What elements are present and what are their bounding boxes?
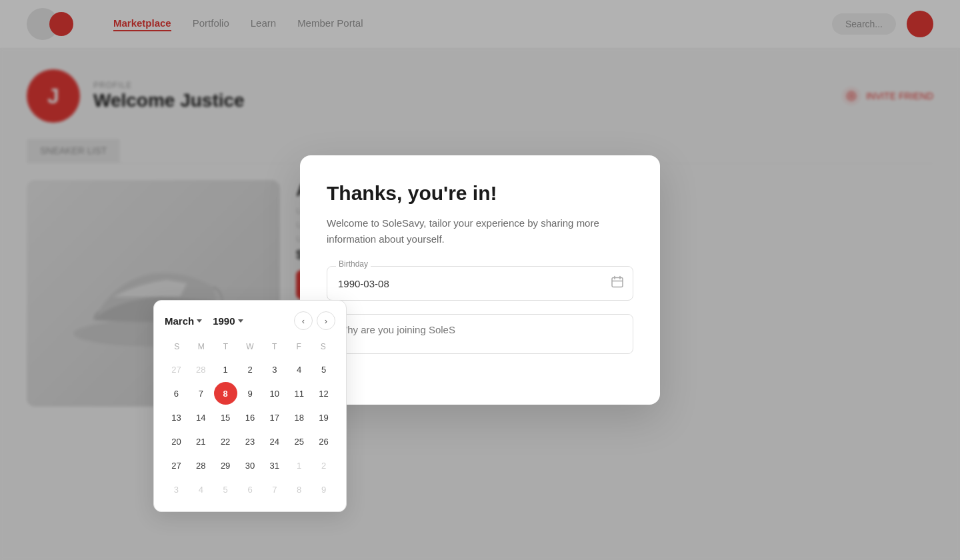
cal-day-29[interactable]: 29 [214,454,237,477]
cal-days-grid: 2728123456789101112131415161718192021222… [165,358,335,501]
cal-day-12[interactable]: 12 [312,382,335,405]
cal-day-9-other[interactable]: 9 [312,478,335,501]
cal-next-button[interactable]: › [317,311,335,330]
cal-day-8[interactable]: 8 [214,382,237,405]
cal-day-22[interactable]: 22 [214,430,237,453]
cal-day-3-other[interactable]: 3 [165,478,188,501]
cal-day-6-other[interactable]: 6 [239,478,262,501]
cal-day-28[interactable]: 28 [189,454,213,477]
cal-day-16[interactable]: 16 [239,406,262,429]
cal-day-18[interactable]: 18 [287,406,311,429]
cal-day-2[interactable]: 2 [239,358,262,381]
cal-day-20[interactable]: 20 [165,430,188,453]
cal-day-17[interactable]: 17 [263,406,286,429]
cal-day-31[interactable]: 31 [263,454,286,477]
modal-title: Thanks, you're in! [327,182,633,205]
cal-day-27[interactable]: 27 [165,454,188,477]
cal-day-1-other[interactable]: 1 [287,454,311,477]
cal-month-select[interactable]: March [165,315,202,327]
cal-day-5-other[interactable]: 5 [214,478,237,501]
cal-day-13[interactable]: 13 [165,406,188,429]
calendar-icon[interactable] [611,275,624,292]
birthday-input[interactable] [327,266,633,301]
cal-day-10[interactable]: 10 [263,382,286,405]
modal: Thanks, you're in! Welcome to SoleSavy, … [300,155,660,405]
cal-month-label: March [165,315,194,327]
cal-day-5[interactable]: 5 [312,358,335,381]
calendar-header: March 1990 ‹ › [165,311,335,330]
cal-day-30[interactable]: 30 [239,454,262,477]
why-join-input[interactable] [327,314,633,354]
cal-day-28-other[interactable]: 28 [189,358,213,381]
cal-day-14[interactable]: 14 [189,406,213,429]
cal-day-23[interactable]: 23 [239,430,262,453]
cal-dow-t2: T [262,339,287,354]
cal-day-24[interactable]: 24 [263,430,286,453]
cal-day-3[interactable]: 3 [263,358,286,381]
cal-dow-s2: S [311,339,335,354]
cal-day-19[interactable]: 19 [312,406,335,429]
cal-day-27-other[interactable]: 27 [165,358,188,381]
cal-nav-group: March 1990 [165,315,243,327]
cal-day-7[interactable]: 7 [189,382,213,405]
cal-dow-f: F [287,339,311,354]
why-join-wrapper [327,314,633,357]
cal-dow-s1: S [165,339,189,354]
cal-day-4[interactable]: 4 [287,358,311,381]
cal-day-4-other[interactable]: 4 [189,478,213,501]
calendar-dropdown: March 1990 ‹ › S M T W T F S 27281234567… [153,300,347,512]
cal-day-9[interactable]: 9 [239,382,262,405]
cal-day-21[interactable]: 21 [189,430,213,453]
cal-day-26[interactable]: 26 [312,430,335,453]
cal-dow-m: M [189,339,214,354]
cal-dow-w: W [238,339,263,354]
birthday-label: Birthday [336,259,371,269]
cal-day-1[interactable]: 1 [214,358,237,381]
cal-day-7-other[interactable]: 7 [263,478,286,501]
year-chevron-icon [238,319,243,323]
cal-day-11[interactable]: 11 [287,382,311,405]
cal-year-label: 1990 [213,315,235,327]
cal-dow-t1: T [213,339,238,354]
cal-day-6[interactable]: 6 [165,382,188,405]
cal-year-select[interactable]: 1990 [213,315,243,327]
cal-day-8-other[interactable]: 8 [287,478,311,501]
cal-day-2-other[interactable]: 2 [312,454,335,477]
cal-day-15[interactable]: 15 [214,406,237,429]
cal-dow-row: S M T W T F S [165,339,335,354]
cal-prev-button[interactable]: ‹ [294,311,313,330]
svg-rect-4 [612,278,623,287]
modal-description: Welcome to SoleSavy, tailor your experie… [327,215,633,247]
birthday-field-wrapper: Birthday [327,266,633,301]
cal-day-25[interactable]: 25 [287,430,311,453]
month-chevron-icon [197,319,202,323]
